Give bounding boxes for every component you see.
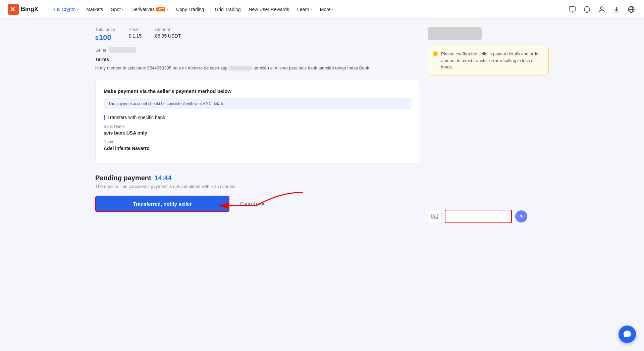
payment-box: Make payment via the seller's payment me… bbox=[95, 80, 420, 163]
message-input[interactable] bbox=[445, 210, 512, 223]
nav-item-grid-trading[interactable]: Grid Trading bbox=[211, 5, 244, 14]
seller-row: Seller bbox=[95, 47, 420, 53]
screen-icon[interactable] bbox=[568, 5, 577, 14]
chevron-down-icon: ▾ bbox=[166, 7, 168, 11]
notify-seller-button[interactable]: Transferred, notify seller bbox=[95, 196, 229, 212]
nav-item-copy-trading[interactable]: Copy Trading ▾ bbox=[173, 5, 210, 14]
terms-text: hi my number in seis bank 9544953395 hol… bbox=[95, 65, 420, 72]
pending-title: Pending payment 14:44 bbox=[95, 174, 420, 182]
total-price-label: Total price bbox=[95, 27, 115, 32]
chevron-down-icon: ▾ bbox=[205, 7, 207, 11]
logo-text: BingX bbox=[21, 6, 38, 13]
cancel-order-button[interactable]: Cancel order bbox=[235, 196, 272, 211]
bank-name-label: Bank Name bbox=[104, 124, 412, 129]
upload-image-button[interactable] bbox=[428, 210, 441, 223]
action-row: Transferred, notify seller Cancel order bbox=[95, 196, 420, 212]
left-panel: Total price $100 Price $ 1.15 Amount 86.… bbox=[95, 27, 420, 343]
action-area: Transferred, notify seller Cancel order bbox=[95, 196, 420, 212]
right-panel: Please confirm the seller's payout detai… bbox=[428, 27, 549, 343]
download-icon[interactable] bbox=[612, 5, 621, 14]
globe-icon[interactable] bbox=[627, 5, 636, 14]
dollar-sign: $ bbox=[95, 35, 98, 41]
terms-blurred bbox=[229, 66, 252, 70]
nav-item-learn[interactable]: Learn ▾ bbox=[294, 5, 315, 14]
seller-image-placeholder bbox=[428, 27, 482, 40]
bank-name-group: Bank Name seis bank USA only bbox=[104, 124, 412, 136]
kyc-notice: The payment account should be consistent… bbox=[104, 98, 412, 109]
nav-item-new-user-rewards[interactable]: New User Rewards bbox=[245, 5, 292, 14]
total-price-col: Total price $100 bbox=[95, 27, 115, 42]
nav-item-spot[interactable]: Spot ▾ bbox=[108, 5, 127, 14]
chevron-down-icon: ▾ bbox=[122, 7, 123, 11]
svg-rect-2 bbox=[569, 7, 575, 11]
chevron-down-icon: ▾ bbox=[310, 7, 312, 11]
chat-icon bbox=[623, 330, 632, 339]
price-value: $ 1.15 bbox=[128, 33, 142, 39]
bingx-logo-icon: ✕ bbox=[8, 4, 19, 15]
payment-method-title: Transfers with specific bank bbox=[104, 115, 412, 120]
send-button[interactable] bbox=[515, 210, 527, 222]
amount-col: Amount 86.95 USDT bbox=[155, 27, 181, 39]
person-icon[interactable] bbox=[597, 5, 606, 14]
bell-icon[interactable] bbox=[582, 5, 592, 14]
chat-float-button[interactable] bbox=[619, 325, 636, 343]
upload-image-icon bbox=[431, 213, 438, 220]
chevron-down-icon: ▾ bbox=[332, 7, 333, 11]
order-info-row: Total price $100 Price $ 1.15 Amount 86.… bbox=[95, 27, 420, 42]
countdown-timer: 14:44 bbox=[155, 174, 172, 182]
navbar-actions bbox=[568, 5, 636, 14]
name-label: Name bbox=[104, 140, 412, 144]
method-bar bbox=[104, 115, 105, 120]
seller-label: Seller bbox=[95, 48, 106, 53]
warning-text: Please confirm the seller's payout detai… bbox=[441, 51, 544, 70]
price-label: Price bbox=[128, 27, 142, 32]
amount-value: 86.95 USDT bbox=[155, 33, 181, 39]
nav-item-buy-crypto[interactable]: Buy Crypto ▾ bbox=[49, 5, 82, 14]
amount-label: Amount bbox=[155, 27, 181, 32]
nav-item-markets[interactable]: Markets bbox=[83, 5, 106, 14]
send-icon bbox=[519, 214, 524, 219]
total-price-value: $100 bbox=[95, 33, 115, 42]
hot-badge: HOT bbox=[156, 7, 165, 11]
terms-label: Terms : bbox=[95, 57, 420, 62]
svg-text:✕: ✕ bbox=[10, 6, 15, 13]
nav-item-more[interactable]: More ▾ bbox=[317, 5, 337, 14]
chevron-down-icon: ▾ bbox=[76, 7, 78, 11]
price-col: Price $ 1.15 bbox=[128, 27, 142, 39]
nav-item-derivatives[interactable]: Derivatives HOT ▾ bbox=[128, 5, 171, 14]
name-group: Name Adel infante Navarro bbox=[104, 140, 412, 151]
svg-point-5 bbox=[600, 7, 603, 9]
pending-section: Pending payment 14:44 The order will be … bbox=[95, 174, 420, 212]
pending-subtitle: The order will be canceled if payment is… bbox=[95, 184, 420, 189]
right-panel-top: Please confirm the seller's payout detai… bbox=[428, 27, 549, 76]
navbar: ✕ BingX Buy Crypto ▾ Markets Spot ▾ Deri… bbox=[0, 0, 644, 19]
seller-value-blurred bbox=[109, 47, 136, 53]
name-value: Adel infante Navarro bbox=[104, 146, 412, 151]
payment-box-title: Make payment via the seller's payment me… bbox=[104, 88, 412, 94]
bank-name-value: seis bank USA only bbox=[104, 130, 412, 136]
warning-box: Please confirm the seller's payout detai… bbox=[428, 46, 549, 76]
warning-icon bbox=[433, 51, 438, 56]
main-layout: Total price $100 Price $ 1.15 Amount 86.… bbox=[87, 19, 557, 351]
logo[interactable]: ✕ BingX bbox=[8, 4, 38, 15]
nav-menu: Buy Crypto ▾ Markets Spot ▾ Derivatives … bbox=[49, 5, 568, 14]
message-input-row bbox=[428, 210, 549, 223]
